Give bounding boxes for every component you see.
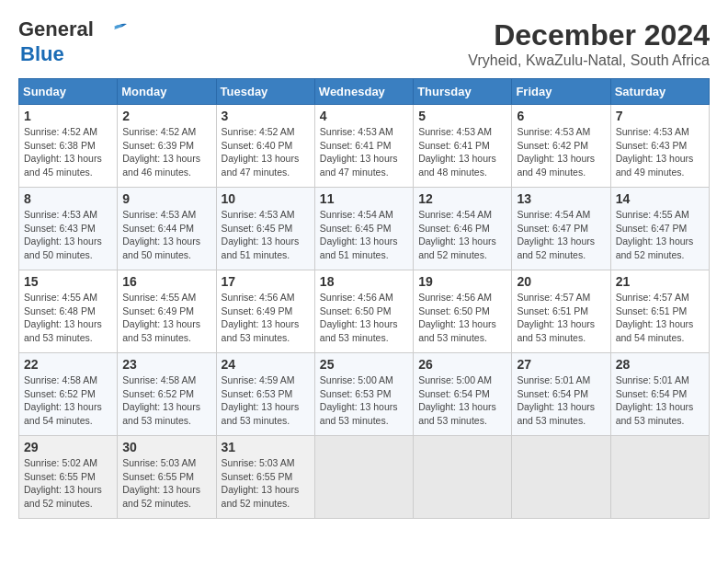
day-number: 17 bbox=[222, 274, 310, 289]
calendar-cell: 26Sunrise: 5:00 AMSunset: 6:54 PMDayligh… bbox=[414, 353, 512, 436]
day-number: 10 bbox=[222, 191, 310, 206]
calendar-cell: 1Sunrise: 4:52 AMSunset: 6:38 PMDaylight… bbox=[19, 105, 118, 188]
column-header-thursday: Thursday bbox=[414, 79, 512, 105]
page-header: General Blue December 2024 Vryheid, KwaZ… bbox=[18, 18, 710, 69]
day-info: Sunrise: 4:53 AMSunset: 6:44 PMDaylight:… bbox=[122, 208, 210, 262]
day-info: Sunrise: 4:55 AMSunset: 6:49 PMDaylight:… bbox=[122, 291, 210, 345]
day-number: 12 bbox=[418, 191, 506, 206]
column-header-wednesday: Wednesday bbox=[314, 79, 413, 105]
calendar-table: SundayMondayTuesdayWednesdayThursdayFrid… bbox=[18, 78, 710, 519]
day-number: 15 bbox=[24, 274, 112, 289]
day-info: Sunrise: 4:57 AMSunset: 6:51 PMDaylight:… bbox=[616, 291, 704, 345]
column-header-friday: Friday bbox=[512, 79, 610, 105]
main-title: December 2024 bbox=[468, 18, 710, 52]
calendar-cell: 17Sunrise: 4:56 AMSunset: 6:49 PMDayligh… bbox=[216, 270, 314, 353]
day-info: Sunrise: 4:53 AMSunset: 6:43 PMDaylight:… bbox=[616, 125, 704, 179]
day-number: 13 bbox=[517, 191, 605, 206]
logo-text: General bbox=[18, 18, 127, 40]
day-info: Sunrise: 5:01 AMSunset: 6:54 PMDaylight:… bbox=[616, 373, 704, 428]
calendar-cell bbox=[610, 436, 709, 519]
day-number: 7 bbox=[616, 109, 704, 123]
day-number: 31 bbox=[222, 440, 310, 454]
day-info: Sunrise: 4:52 AMSunset: 6:38 PMDaylight:… bbox=[24, 125, 112, 179]
day-info: Sunrise: 4:56 AMSunset: 6:50 PMDaylight:… bbox=[418, 291, 506, 345]
calendar-cell: 14Sunrise: 4:55 AMSunset: 6:47 PMDayligh… bbox=[610, 188, 709, 270]
day-info: Sunrise: 5:02 AMSunset: 6:55 PMDaylight:… bbox=[24, 456, 112, 511]
calendar-cell: 27Sunrise: 5:01 AMSunset: 6:54 PMDayligh… bbox=[512, 353, 610, 436]
column-header-sunday: Sunday bbox=[19, 79, 118, 105]
day-number: 4 bbox=[320, 109, 408, 123]
day-info: Sunrise: 5:00 AMSunset: 6:54 PMDaylight:… bbox=[418, 373, 506, 428]
day-number: 22 bbox=[24, 357, 112, 372]
calendar-cell: 8Sunrise: 4:53 AMSunset: 6:43 PMDaylight… bbox=[19, 188, 118, 270]
day-number: 26 bbox=[418, 357, 506, 372]
day-number: 5 bbox=[418, 109, 506, 123]
calendar-cell: 29Sunrise: 5:02 AMSunset: 6:55 PMDayligh… bbox=[19, 436, 118, 519]
day-number: 24 bbox=[222, 357, 310, 372]
column-header-tuesday: Tuesday bbox=[216, 79, 314, 105]
day-info: Sunrise: 4:53 AMSunset: 6:43 PMDaylight:… bbox=[24, 208, 112, 262]
day-info: Sunrise: 4:53 AMSunset: 6:41 PMDaylight:… bbox=[418, 125, 506, 179]
calendar-week-row: 8Sunrise: 4:53 AMSunset: 6:43 PMDaylight… bbox=[19, 188, 710, 270]
day-number: 20 bbox=[517, 274, 605, 289]
calendar-week-row: 29Sunrise: 5:02 AMSunset: 6:55 PMDayligh… bbox=[19, 436, 710, 519]
calendar-cell: 13Sunrise: 4:54 AMSunset: 6:47 PMDayligh… bbox=[512, 188, 610, 270]
logo: General Blue bbox=[18, 18, 127, 66]
day-info: Sunrise: 4:53 AMSunset: 6:42 PMDaylight:… bbox=[517, 125, 605, 179]
calendar-cell: 7Sunrise: 4:53 AMSunset: 6:43 PMDaylight… bbox=[610, 105, 709, 188]
day-info: Sunrise: 4:54 AMSunset: 6:45 PMDaylight:… bbox=[320, 208, 408, 262]
calendar-cell: 30Sunrise: 5:03 AMSunset: 6:55 PMDayligh… bbox=[118, 436, 216, 519]
calendar-cell bbox=[512, 436, 610, 519]
day-info: Sunrise: 4:52 AMSunset: 6:40 PMDaylight:… bbox=[222, 125, 310, 179]
day-number: 30 bbox=[122, 440, 210, 454]
day-info: Sunrise: 4:58 AMSunset: 6:52 PMDaylight:… bbox=[122, 373, 210, 428]
day-number: 14 bbox=[616, 191, 704, 206]
day-number: 8 bbox=[24, 191, 112, 206]
day-number: 23 bbox=[122, 357, 210, 372]
day-number: 6 bbox=[517, 109, 605, 123]
calendar-cell: 16Sunrise: 4:55 AMSunset: 6:49 PMDayligh… bbox=[118, 270, 216, 353]
day-number: 16 bbox=[122, 274, 210, 289]
calendar-cell bbox=[314, 436, 413, 519]
calendar-week-row: 15Sunrise: 4:55 AMSunset: 6:48 PMDayligh… bbox=[19, 270, 710, 353]
day-info: Sunrise: 4:53 AMSunset: 6:41 PMDaylight:… bbox=[320, 125, 408, 179]
calendar-cell: 3Sunrise: 4:52 AMSunset: 6:40 PMDaylight… bbox=[216, 105, 314, 188]
calendar-cell: 18Sunrise: 4:56 AMSunset: 6:50 PMDayligh… bbox=[314, 270, 413, 353]
day-number: 29 bbox=[24, 440, 112, 454]
calendar-cell: 4Sunrise: 4:53 AMSunset: 6:41 PMDaylight… bbox=[314, 105, 413, 188]
day-info: Sunrise: 4:56 AMSunset: 6:50 PMDaylight:… bbox=[320, 291, 408, 345]
day-info: Sunrise: 4:58 AMSunset: 6:52 PMDaylight:… bbox=[24, 373, 112, 428]
calendar-cell: 2Sunrise: 4:52 AMSunset: 6:39 PMDaylight… bbox=[118, 105, 216, 188]
day-info: Sunrise: 5:01 AMSunset: 6:54 PMDaylight:… bbox=[517, 373, 605, 428]
calendar-cell: 21Sunrise: 4:57 AMSunset: 6:51 PMDayligh… bbox=[610, 270, 709, 353]
calendar-cell: 11Sunrise: 4:54 AMSunset: 6:45 PMDayligh… bbox=[314, 188, 413, 270]
day-info: Sunrise: 4:53 AMSunset: 6:45 PMDaylight:… bbox=[222, 208, 310, 262]
calendar-cell: 28Sunrise: 5:01 AMSunset: 6:54 PMDayligh… bbox=[610, 353, 709, 436]
day-info: Sunrise: 4:55 AMSunset: 6:48 PMDaylight:… bbox=[24, 291, 112, 345]
calendar-cell: 31Sunrise: 5:03 AMSunset: 6:55 PMDayligh… bbox=[216, 436, 314, 519]
calendar-cell: 22Sunrise: 4:58 AMSunset: 6:52 PMDayligh… bbox=[19, 353, 118, 436]
calendar-cell: 15Sunrise: 4:55 AMSunset: 6:48 PMDayligh… bbox=[19, 270, 118, 353]
day-info: Sunrise: 5:00 AMSunset: 6:53 PMDaylight:… bbox=[320, 373, 408, 428]
day-number: 3 bbox=[222, 109, 310, 123]
day-info: Sunrise: 4:56 AMSunset: 6:49 PMDaylight:… bbox=[222, 291, 310, 345]
day-info: Sunrise: 4:52 AMSunset: 6:39 PMDaylight:… bbox=[122, 125, 210, 179]
day-info: Sunrise: 5:03 AMSunset: 6:55 PMDaylight:… bbox=[222, 456, 310, 511]
day-number: 18 bbox=[320, 274, 408, 289]
column-header-monday: Monday bbox=[118, 79, 216, 105]
calendar-cell: 6Sunrise: 4:53 AMSunset: 6:42 PMDaylight… bbox=[512, 105, 610, 188]
column-header-saturday: Saturday bbox=[610, 79, 709, 105]
logo-blue-text: Blue bbox=[20, 42, 64, 66]
day-number: 27 bbox=[517, 357, 605, 372]
logo-bird-icon bbox=[101, 23, 127, 38]
calendar-cell: 5Sunrise: 4:53 AMSunset: 6:41 PMDaylight… bbox=[414, 105, 512, 188]
day-number: 21 bbox=[616, 274, 704, 289]
calendar-cell: 24Sunrise: 4:59 AMSunset: 6:53 PMDayligh… bbox=[216, 353, 314, 436]
calendar-cell: 23Sunrise: 4:58 AMSunset: 6:52 PMDayligh… bbox=[118, 353, 216, 436]
day-number: 28 bbox=[616, 357, 704, 372]
calendar-cell: 12Sunrise: 4:54 AMSunset: 6:46 PMDayligh… bbox=[414, 188, 512, 270]
calendar-cell: 20Sunrise: 4:57 AMSunset: 6:51 PMDayligh… bbox=[512, 270, 610, 353]
day-info: Sunrise: 4:54 AMSunset: 6:46 PMDaylight:… bbox=[418, 208, 506, 262]
day-number: 9 bbox=[122, 191, 210, 206]
day-info: Sunrise: 4:55 AMSunset: 6:47 PMDaylight:… bbox=[616, 208, 704, 262]
